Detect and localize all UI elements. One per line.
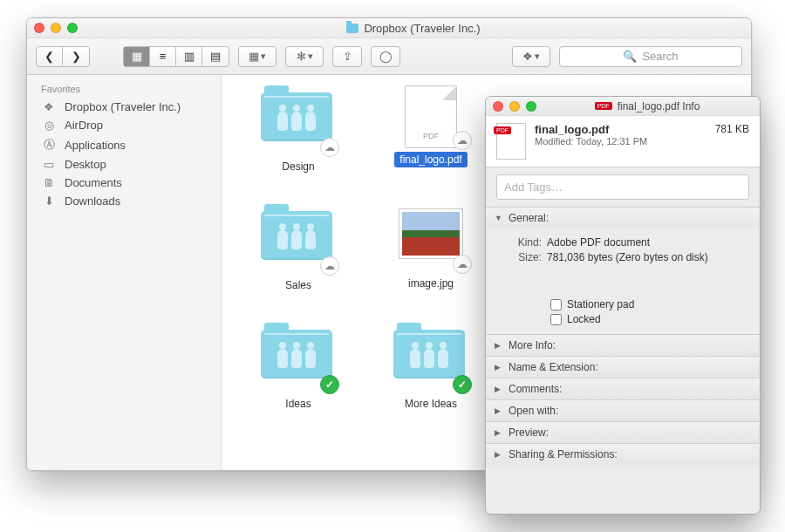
section-general[interactable]: ▼ General: — [486, 208, 760, 228]
downloads-icon: ⬇ — [41, 194, 57, 208]
disclosure-triangle-icon: ▶ — [495, 450, 503, 459]
cloud-badge-icon: ☁ — [453, 131, 472, 150]
file-label: Ideas — [280, 396, 316, 412]
section-label: Comments: — [509, 383, 562, 395]
disclosure-triangle-icon: ▶ — [495, 406, 503, 415]
folder-ideas[interactable]: ✓ Ideas — [237, 323, 359, 412]
file-label: Design — [276, 159, 319, 174]
tags-input[interactable]: Add Tags… — [496, 174, 749, 200]
finder-titlebar: Dropbox (Traveler Inc.) — [27, 18, 751, 38]
info-file-size: 781 KB — [715, 123, 749, 135]
section-name-extension[interactable]: ▶ Name & Extension: — [486, 357, 760, 378]
sidebar-item-desktop[interactable]: ▭ Desktop — [27, 155, 221, 174]
section-label: General: — [509, 212, 549, 224]
file-final-logo-pdf[interactable]: PDF ☁ final_logo.pdf — [370, 85, 492, 174]
applications-icon: Ⓐ — [41, 137, 57, 153]
disclosure-triangle-open-icon: ▼ — [495, 214, 503, 222]
pdf-badge-icon: PDF — [494, 126, 511, 134]
window-controls — [34, 23, 78, 33]
close-window-button[interactable] — [34, 23, 44, 33]
disclosure-triangle-icon: ▶ — [495, 341, 503, 350]
stationery-checkbox[interactable]: Stationery pad — [550, 298, 747, 310]
zoom-window-button[interactable] — [67, 23, 78, 33]
window-title-text: Dropbox (Traveler Inc.) — [364, 22, 480, 35]
sidebar-item-label: AirDrop — [65, 119, 103, 132]
back-button[interactable]: ❮ — [37, 47, 63, 66]
documents-icon: 🗎 — [41, 176, 57, 189]
dropbox-folder-icon — [346, 24, 358, 33]
disclosure-triangle-icon: ▶ — [495, 385, 503, 393]
section-more-info[interactable]: ▶ More Info: — [486, 335, 760, 356]
action-menu[interactable]: ✻▾ — [285, 46, 324, 67]
folder-icon — [261, 330, 332, 379]
tags-placeholder: Add Tags… — [504, 181, 563, 194]
tags-button[interactable]: ◯ — [371, 46, 400, 67]
info-file-name: final_logo.pdf — [535, 123, 706, 136]
sidebar: Favorites ❖ Dropbox (Traveler Inc.) ◎ Ai… — [27, 75, 222, 470]
locked-checkbox[interactable]: Locked — [550, 313, 747, 325]
sidebar-item-label: Downloads — [65, 194, 120, 208]
stationery-checkbox-input[interactable] — [550, 299, 562, 310]
window-controls — [493, 101, 536, 112]
sidebar-item-downloads[interactable]: ⬇ Downloads — [27, 192, 221, 210]
section-preview[interactable]: ▶ Preview: — [486, 422, 760, 443]
image-thumbnail-icon — [399, 209, 462, 258]
locked-checkbox-input[interactable] — [550, 314, 562, 325]
arrange-menu[interactable]: ▦▾ — [238, 46, 276, 67]
section-label: Name & Extension: — [509, 361, 598, 373]
size-value: 781,036 bytes (Zero bytes on disk) — [547, 251, 708, 263]
info-window-title: PDF final_logo.pdf Info — [542, 100, 753, 113]
minimize-window-button[interactable] — [509, 101, 520, 112]
view-columns[interactable]: ▥ — [176, 47, 202, 66]
info-titlebar: PDF final_logo.pdf Info — [486, 97, 760, 116]
file-image-jpg[interactable]: ☁ image.jpg — [370, 204, 492, 293]
locked-label: Locked — [567, 313, 601, 325]
section-label: Preview: — [509, 426, 549, 439]
folder-more-ideas[interactable]: ✓ More Ideas — [370, 323, 492, 412]
section-label: More Info: — [509, 339, 556, 351]
pdf-icon-label: PDF — [406, 132, 456, 140]
disclosure-triangle-icon: ▶ — [495, 428, 503, 437]
zoom-window-button[interactable] — [526, 101, 536, 112]
modified-value: Today, 12:31 PM — [577, 136, 648, 147]
size-label: Size: — [510, 251, 542, 263]
sidebar-item-dropbox[interactable]: ❖ Dropbox (Traveler Inc.) — [27, 98, 221, 116]
folder-sales[interactable]: ☁ Sales — [237, 204, 359, 293]
section-comments[interactable]: ▶ Comments: — [486, 379, 760, 399]
file-label: Sales — [280, 277, 317, 293]
sidebar-item-applications[interactable]: Ⓐ Applications — [27, 134, 221, 155]
share-button[interactable]: ⇪ — [332, 46, 362, 67]
synced-check-icon: ✓ — [320, 375, 339, 394]
file-label: image.jpg — [403, 276, 459, 291]
nav-back-forward: ❮ ❯ — [36, 46, 90, 67]
sidebar-item-documents[interactable]: 🗎 Documents — [27, 174, 221, 192]
minimize-window-button[interactable] — [51, 23, 61, 33]
airdrop-icon: ◎ — [41, 119, 57, 132]
close-window-button[interactable] — [493, 101, 503, 112]
dropbox-menu[interactable]: ❖▾ — [512, 46, 550, 67]
file-label: final_logo.pdf — [394, 152, 467, 167]
folder-icon — [261, 92, 332, 141]
section-general-body: Kind: Adobe PDF document Size: 781,036 b… — [486, 228, 760, 334]
section-label: Open with: — [509, 405, 558, 417]
section-open-with[interactable]: ▶ Open with: — [486, 400, 760, 421]
sidebar-item-label: Documents — [65, 176, 122, 189]
forward-button[interactable]: ❯ — [63, 47, 89, 66]
folder-icon — [261, 211, 332, 260]
view-gallery[interactable]: ▤ — [202, 47, 229, 66]
cloud-badge-icon: ☁ — [453, 255, 472, 274]
sidebar-item-label: Dropbox (Traveler Inc.) — [65, 100, 181, 113]
view-icon-grid[interactable]: ▦ — [124, 47, 150, 66]
view-switcher: ▦ ≡ ▥ ▤ — [123, 46, 229, 67]
sidebar-item-airdrop[interactable]: ◎ AirDrop — [27, 116, 221, 134]
sidebar-item-label: Applications — [65, 139, 126, 152]
search-field[interactable]: 🔍 Search — [559, 46, 742, 67]
folder-design[interactable]: ☁ Design — [237, 85, 359, 174]
view-list[interactable]: ≡ — [150, 47, 176, 66]
pdf-icon: PDF — [405, 85, 457, 148]
sidebar-header: Favorites — [27, 80, 221, 98]
synced-check-icon: ✓ — [453, 375, 472, 394]
section-sharing-permissions[interactable]: ▶ Sharing & Permissions: — [486, 444, 760, 465]
section-label: Sharing & Permissions: — [509, 448, 618, 460]
pdf-badge-icon: PDF — [595, 102, 612, 110]
